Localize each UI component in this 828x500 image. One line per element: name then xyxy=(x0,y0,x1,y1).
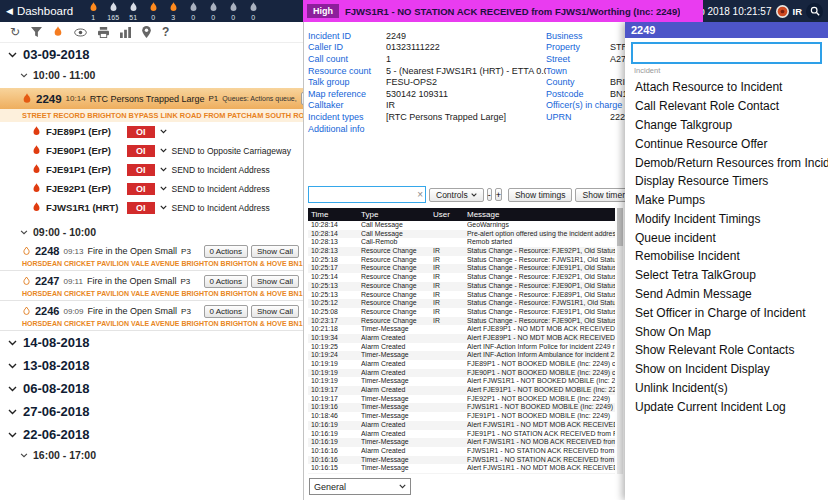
column-header[interactable]: Type xyxy=(361,210,433,219)
menu-item[interactable]: Continue Resource Offer xyxy=(625,134,828,153)
log-row[interactable]: 10:19:19 Alarm Created FJE90P1 - NOT BOO… xyxy=(308,369,615,378)
status-counter[interactable]: 0 xyxy=(223,2,243,21)
incident-card[interactable]: 2246 09:09 Fire in the Open Small P3 0 A… xyxy=(0,303,303,331)
log-row[interactable]: 10:25:18 Resource Change IR Status Chang… xyxy=(308,256,615,265)
menu-search-input[interactable] xyxy=(636,47,817,60)
filter-icon[interactable] xyxy=(31,27,42,38)
print-icon[interactable] xyxy=(98,27,109,38)
status-counter[interactable]: 0 xyxy=(243,2,263,21)
column-header[interactable]: Time xyxy=(311,210,361,219)
resource-row[interactable]: FJE90P1 (ErP) OI SEND to Opposite Carria… xyxy=(0,141,303,160)
log-row[interactable]: 10:19:17 Alarm Created Alert FJE91P1 - N… xyxy=(308,386,615,395)
time-group[interactable]: 10:00 - 11:00 xyxy=(0,66,303,84)
zoom-in-button[interactable]: + xyxy=(495,188,502,201)
priority-alert-banner[interactable]: High FJWS1R1 - NO STATION ACK RECEIVED f… xyxy=(303,0,703,22)
status-counter[interactable]: 0 xyxy=(203,2,223,21)
log-row[interactable]: 10:25:14 Resource Change IR Status Chang… xyxy=(308,273,615,282)
dashboard-back-button[interactable]: ◀ Dashboard xyxy=(0,5,83,17)
flame-filter-icon[interactable] xyxy=(53,26,63,38)
actions-button[interactable]: 0 Actions xyxy=(204,275,248,288)
chevron-down-icon[interactable] xyxy=(160,205,167,210)
log-row[interactable]: 10:25:08 Resource Change IR Status Chang… xyxy=(308,308,615,317)
log-row[interactable]: 10:16:19 Alarm Created Alert FJWS1R1 - N… xyxy=(308,421,615,430)
menu-item[interactable]: Modify Incident Timings xyxy=(625,209,828,228)
actions-button[interactable]: 4 Actions xyxy=(301,92,303,105)
date-group[interactable]: 22-06-2018 xyxy=(0,423,303,446)
refresh-icon[interactable]: ↻ xyxy=(10,26,20,38)
log-row[interactable]: 10:25:13 Resource Change IR Status Chang… xyxy=(308,282,615,291)
resource-action-label[interactable]: SEND to Incident Address xyxy=(172,165,270,175)
status-counter[interactable]: 3 xyxy=(163,2,183,21)
column-header[interactable]: Message xyxy=(467,210,615,219)
log-row[interactable]: 10:28:13 Resource Change IR Status Chang… xyxy=(308,247,615,256)
resource-row[interactable]: FJE91P1 (ErP) OI SEND to Incident Addres… xyxy=(0,160,303,179)
log-row[interactable]: 10:16:19 Alarm Created FJE91P1 - NO STAT… xyxy=(308,430,615,439)
time-group[interactable]: 16:00 - 17:00 xyxy=(0,446,303,464)
log-filter-select[interactable]: General xyxy=(309,478,411,495)
menu-item[interactable]: Select Tetra TalkGroup xyxy=(625,266,828,285)
menu-item[interactable]: Make Pumps xyxy=(625,191,828,210)
menu-item[interactable]: Demob/Return Resources from Incident xyxy=(625,153,828,172)
log-row[interactable]: 10:18:46 Timer-Message FJE91P1 - NOT BOO… xyxy=(308,412,615,421)
menu-item[interactable]: Remobilise Incident xyxy=(625,247,828,266)
log-row[interactable]: 10:16:16 Timer-Message FJWS1R1 - NO STAT… xyxy=(308,456,615,465)
menu-item[interactable]: Update Current Incident Log xyxy=(625,397,828,416)
zoom-out-button[interactable]: - xyxy=(487,188,492,201)
log-row[interactable]: 10:16:19 Timer-Message Alert FJWS1R1 - N… xyxy=(308,438,615,447)
status-counter[interactable]: 0 xyxy=(183,2,203,21)
global-search-button[interactable] xyxy=(806,3,823,20)
log-action-button[interactable]: Show timers xyxy=(575,188,625,202)
date-group[interactable]: 06-08-2018 xyxy=(0,377,303,400)
controls-dropdown[interactable]: Controls xyxy=(429,188,484,202)
chevron-down-icon[interactable] xyxy=(160,167,167,172)
incident-card[interactable]: 2247 09:11 Fire in the Open Small P3 0 A… xyxy=(0,273,303,301)
show-call-button[interactable]: Show Call xyxy=(251,245,299,258)
show-call-button[interactable]: Show Call xyxy=(251,275,299,288)
log-row[interactable]: 10:23:17 Resource Change IR Status Chang… xyxy=(308,317,615,326)
menu-item[interactable]: Change Talkgroup xyxy=(625,116,828,135)
menu-item[interactable]: Display Resource Timers xyxy=(625,172,828,191)
clear-icon[interactable]: × xyxy=(417,190,423,200)
menu-item[interactable]: Show Relevant Role Contacts xyxy=(625,341,828,360)
menu-item[interactable]: Show on Incident Display xyxy=(625,360,828,379)
log-search-input[interactable] xyxy=(311,189,417,201)
log-row[interactable]: 10:25:13 Resource Change IR Status Chang… xyxy=(308,291,615,300)
chart-icon[interactable] xyxy=(120,27,131,38)
menu-item[interactable]: Queue incident xyxy=(625,228,828,247)
menu-item[interactable]: Set Officer in Charge of Incident xyxy=(625,303,828,322)
status-counter[interactable]: 165 xyxy=(103,2,123,21)
log-row[interactable]: 10:19:17 Timer-Message FJE92P1 - NOT BOO… xyxy=(308,395,615,404)
date-group-expanded[interactable]: 03-09-2018 xyxy=(0,43,303,66)
show-call-button[interactable]: Show Call xyxy=(251,305,299,318)
incident-card-2249[interactable]: 2249 10:14 RTC Persons Trapped Large P1 … xyxy=(0,88,303,217)
log-action-button[interactable]: Show timings xyxy=(508,188,573,202)
log-row[interactable]: 10:16:15 Timer-Message Alert FJWS1R1 - N… xyxy=(308,464,615,473)
log-row[interactable]: 10:28:14 Call Message Pre-alert option o… xyxy=(308,230,615,239)
menu-item[interactable]: Send Admin Message xyxy=(625,285,828,304)
resource-row[interactable]: FJE89P1 (ErP) OI xyxy=(0,122,303,141)
chevron-down-icon[interactable] xyxy=(160,148,167,153)
time-group[interactable]: 09:00 - 10:00 xyxy=(0,223,303,241)
log-row[interactable]: 10:19:16 Timer-Message FJWS1R1 - NOT BOO… xyxy=(308,403,615,412)
date-group[interactable]: 27-06-2018 xyxy=(0,400,303,423)
menu-item[interactable]: Attach Resource to Incident xyxy=(625,78,828,97)
menu-item[interactable]: Call Relevant Role Contact xyxy=(625,97,828,116)
chevron-down-icon[interactable] xyxy=(160,186,167,191)
menu-item[interactable]: Show On Map xyxy=(625,322,828,341)
status-counter[interactable]: 1 xyxy=(83,2,103,21)
column-header[interactable]: User xyxy=(433,210,467,219)
actions-button[interactable]: 0 Actions xyxy=(204,305,248,318)
date-group[interactable]: 14-08-2018 xyxy=(0,331,303,354)
log-row[interactable]: 10:25:17 Resource Change IR Status Chang… xyxy=(308,264,615,273)
log-row[interactable]: 10:16:15 Timer-Message Alert FJWS1R1 - N… xyxy=(308,473,615,474)
help-icon[interactable]: ? xyxy=(162,26,169,38)
resource-action-label[interactable]: SEND to Opposite Carriageway xyxy=(172,146,292,156)
actions-button[interactable]: 0 Actions xyxy=(204,245,248,258)
log-row[interactable]: 10:28:14 Call Message GeoWarnings xyxy=(308,221,615,230)
menu-item[interactable]: Unlink Incident(s) xyxy=(625,379,828,398)
log-row[interactable]: 10:19:19 Alarm Created FJE89P1 - NOT BOO… xyxy=(308,360,615,369)
log-row[interactable]: 10:16:16 Alarm Created FJWS1R1 - NO STAT… xyxy=(308,447,615,456)
eye-icon[interactable] xyxy=(74,28,87,37)
scrollbar-thumb[interactable] xyxy=(617,208,623,246)
log-row[interactable]: 10:28:13 Call-Remob Remob started xyxy=(308,238,615,247)
